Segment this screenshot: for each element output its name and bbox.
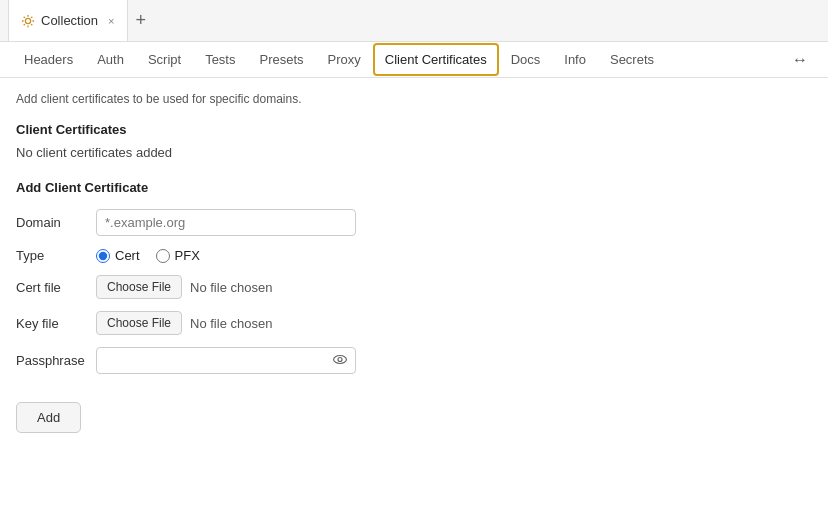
cert-file-label: Cert file xyxy=(16,280,96,295)
cert-file-input-group: Choose File No file chosen xyxy=(96,275,272,299)
cert-file-row: Cert file Choose File No file chosen xyxy=(16,275,812,299)
passphrase-wrapper xyxy=(96,347,356,374)
nav-arrows-icon[interactable]: ↔ xyxy=(784,43,816,77)
domain-input[interactable] xyxy=(96,209,356,236)
tab-bar: Collection × + xyxy=(0,0,828,42)
tab-tests[interactable]: Tests xyxy=(193,42,247,77)
toggle-passphrase-icon[interactable] xyxy=(332,351,348,370)
type-label: Type xyxy=(16,248,96,263)
radio-pfx-label: PFX xyxy=(175,248,200,263)
type-radio-group: Cert PFX xyxy=(96,248,200,263)
no-certs-text: No client certificates added xyxy=(16,145,812,160)
key-file-label: Key file xyxy=(16,316,96,331)
key-file-input-group: Choose File No file chosen xyxy=(96,311,272,335)
tab-docs[interactable]: Docs xyxy=(499,42,553,77)
key-file-row: Key file Choose File No file chosen xyxy=(16,311,812,335)
collection-tab[interactable]: Collection × xyxy=(8,0,128,41)
passphrase-input[interactable] xyxy=(96,347,356,374)
tab-auth[interactable]: Auth xyxy=(85,42,136,77)
cert-no-file-text: No file chosen xyxy=(190,280,272,295)
key-choose-file-button[interactable]: Choose File xyxy=(96,311,182,335)
radio-cert-input[interactable] xyxy=(96,249,110,263)
add-tab-button[interactable]: + xyxy=(128,10,155,31)
tab-close-button[interactable]: × xyxy=(108,15,114,27)
tab-presets[interactable]: Presets xyxy=(247,42,315,77)
domain-label: Domain xyxy=(16,215,96,230)
page-description: Add client certificates to be used for s… xyxy=(16,92,812,106)
domain-row: Domain xyxy=(16,209,812,236)
main-content: Add client certificates to be used for s… xyxy=(0,78,828,447)
nav-tabs: Headers Auth Script Tests Presets Proxy … xyxy=(0,42,828,78)
collection-icon xyxy=(21,14,35,28)
radio-cert-label: Cert xyxy=(115,248,140,263)
radio-pfx-input[interactable] xyxy=(156,249,170,263)
tab-secrets[interactable]: Secrets xyxy=(598,42,666,77)
section-title: Client Certificates xyxy=(16,122,812,137)
svg-point-0 xyxy=(25,18,30,23)
tab-client-certificates[interactable]: Client Certificates xyxy=(373,43,499,76)
radio-cert-option[interactable]: Cert xyxy=(96,248,140,263)
add-certificate-button[interactable]: Add xyxy=(16,402,81,433)
tab-proxy[interactable]: Proxy xyxy=(316,42,373,77)
svg-point-2 xyxy=(338,357,342,361)
tab-info[interactable]: Info xyxy=(552,42,598,77)
svg-point-1 xyxy=(334,355,347,363)
tab-headers[interactable]: Headers xyxy=(12,42,85,77)
collection-tab-label: Collection xyxy=(41,13,98,28)
passphrase-label: Passphrase xyxy=(16,353,96,368)
radio-pfx-option[interactable]: PFX xyxy=(156,248,200,263)
tab-script[interactable]: Script xyxy=(136,42,193,77)
add-section-title: Add Client Certificate xyxy=(16,180,812,195)
cert-choose-file-button[interactable]: Choose File xyxy=(96,275,182,299)
type-row: Type Cert PFX xyxy=(16,248,812,263)
key-no-file-text: No file chosen xyxy=(190,316,272,331)
passphrase-row: Passphrase xyxy=(16,347,812,374)
